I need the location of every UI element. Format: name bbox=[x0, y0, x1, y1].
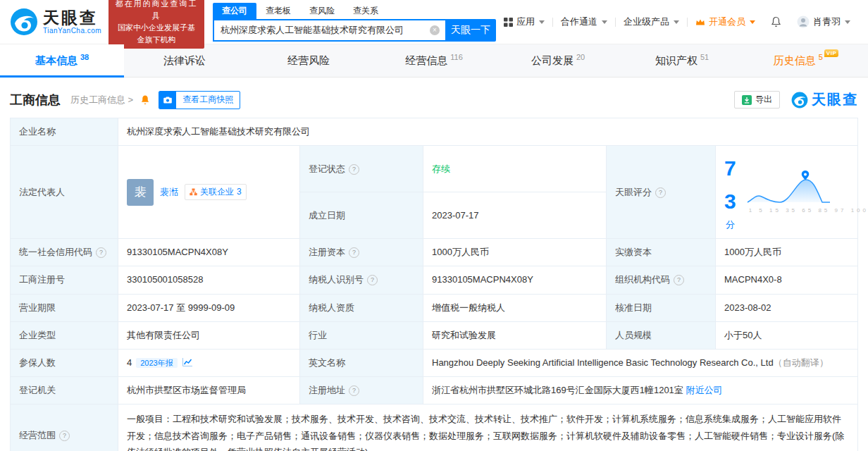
chevron-down-icon bbox=[602, 20, 607, 24]
field-label-insured-count: 参保人数 bbox=[11, 349, 118, 376]
annual-report-tag[interactable]: 2023年报 bbox=[136, 358, 177, 368]
field-value-address: 浙江省杭州市拱墅区环城北路169号汇金国际大厦西1幢1201室 附近公司 bbox=[423, 376, 858, 404]
tab-legal-litigation[interactable]: 法律诉讼 bbox=[124, 44, 248, 77]
nav-user-name: 肖青羽 bbox=[813, 16, 841, 28]
nav-apps[interactable]: 应用 bbox=[496, 16, 552, 28]
field-label-paid-capital: 实缴资本 bbox=[607, 239, 716, 266]
slogan-line1: 都在用的商业查询工具 bbox=[115, 0, 198, 22]
chevron-down-icon bbox=[539, 20, 545, 24]
clear-search-icon[interactable] bbox=[430, 25, 440, 35]
row-credit-code: 统一社会信用代码 91330105MACPN4X08Y 注册资本 1000万人民… bbox=[11, 239, 858, 266]
search-tab-risk[interactable]: 查风险 bbox=[300, 3, 344, 19]
trend-chart-icon[interactable] bbox=[182, 357, 193, 367]
related-companies-pill[interactable]: 关联企业 3 bbox=[185, 184, 247, 200]
section-title: 工商信息 bbox=[10, 92, 61, 109]
search-tab-company[interactable]: 查公司 bbox=[213, 3, 256, 19]
nav-enterprise-label: 企业级产品 bbox=[624, 16, 669, 28]
field-label-company-type: 企业类型 bbox=[11, 321, 118, 349]
tab-count: 116 bbox=[450, 53, 463, 61]
help-icon[interactable] bbox=[59, 431, 70, 441]
nearby-companies-link[interactable]: 附近公司 bbox=[686, 385, 722, 395]
help-icon[interactable] bbox=[367, 275, 378, 285]
field-label-establish-date: 成立日期 bbox=[300, 192, 423, 239]
search-tab-boss[interactable]: 查老板 bbox=[256, 3, 300, 19]
tab-label: 经营风险 bbox=[287, 54, 330, 68]
tab-label: 知识产权 bbox=[655, 54, 698, 68]
search-button[interactable]: 天眼一下 bbox=[445, 19, 496, 42]
tianyancha-logo[interactable]: 天眼查 TianYanCha.com bbox=[10, 8, 101, 36]
nav-notifications[interactable] bbox=[763, 16, 789, 27]
tab-label: 经营信息 bbox=[405, 54, 447, 68]
row-reg-number: 工商注册号 330105001058528 纳税人识别号 91330105MAC… bbox=[11, 266, 858, 294]
watermark-label: 天眼查 bbox=[812, 90, 858, 109]
related-companies-count: 3 bbox=[237, 185, 242, 199]
reg-status-badge: 存续 bbox=[432, 163, 450, 174]
tab-history-info[interactable]: 历史信息5 VIP bbox=[744, 44, 868, 77]
business-info-table: 企业名称 杭州深度求索人工智能基础技术研究有限公司 法定代表人 裴 裴湉 关联企… bbox=[10, 118, 858, 451]
tianyancha-logo-icon bbox=[10, 8, 38, 36]
row-legal-rep-status: 法定代表人 裴 裴湉 关联企业 3 登记状态 存续 天眼评分 bbox=[11, 146, 858, 192]
tab-operation-risk[interactable]: 经营风险 bbox=[248, 44, 372, 77]
nav-user[interactable]: 肖青羽 bbox=[789, 16, 858, 28]
field-value-establish-date: 2023-07-17 bbox=[423, 192, 607, 239]
subscribe-bell-icon[interactable] bbox=[140, 94, 150, 105]
help-icon[interactable] bbox=[349, 247, 359, 258]
field-label-approval-date: 核准日期 bbox=[607, 294, 716, 321]
field-value-insured-count: 42023年报 bbox=[118, 349, 300, 376]
field-label-english-name: 英文名称 bbox=[300, 349, 423, 376]
row-company-type: 企业类型 其他有限责任公司 行业 研究和试验发展 人员规模 小于50人 bbox=[11, 321, 858, 349]
user-avatar-icon bbox=[797, 16, 810, 28]
field-value-industry: 研究和试验发展 bbox=[423, 321, 607, 349]
help-icon[interactable] bbox=[674, 275, 684, 285]
nav-apps-label: 应用 bbox=[516, 16, 535, 28]
field-label-industry: 行业 bbox=[300, 321, 423, 349]
help-icon[interactable] bbox=[655, 187, 666, 198]
tab-company-development[interactable]: 公司发展20 bbox=[496, 44, 620, 77]
tab-label: 历史信息 bbox=[774, 54, 816, 68]
field-label-credit-code: 统一社会信用代码 bbox=[11, 239, 118, 266]
field-label-taxpayer-id: 纳税人识别号 bbox=[300, 266, 423, 294]
help-icon[interactable] bbox=[349, 385, 359, 396]
field-label-taxpayer-quality: 纳税人资质 bbox=[300, 294, 423, 321]
export-excel-icon bbox=[742, 95, 752, 105]
top-bar: 天眼查 TianYanCha.com 都在用的商业查询工具 国家中小企业发展子基… bbox=[0, 0, 868, 44]
field-value-taxpayer-id: 91330105MACPN4X08Y bbox=[423, 266, 607, 294]
tianyancha-watermark: 天眼查 bbox=[791, 90, 858, 109]
logo-title: 天眼查 bbox=[43, 9, 101, 27]
legal-rep-avatar[interactable]: 裴 bbox=[127, 179, 154, 206]
search-area: 查公司 查老板 查风险 查关系 天眼一下 bbox=[213, 3, 496, 42]
tab-operation-info[interactable]: 经营信息116 bbox=[372, 44, 496, 77]
crown-icon bbox=[695, 18, 705, 26]
field-value-credit-code: 91330105MACPN4X08Y bbox=[118, 239, 300, 266]
tab-label: 基本信息 bbox=[35, 54, 78, 68]
snapshot-button[interactable]: 查看工商快照 bbox=[159, 91, 240, 109]
nav-vip[interactable]: 开通会员 bbox=[688, 16, 763, 28]
export-button[interactable]: 导出 bbox=[734, 91, 780, 109]
help-icon[interactable] bbox=[349, 164, 359, 175]
help-icon[interactable] bbox=[96, 247, 106, 258]
history-business-info-link[interactable]: 历史工商信息 > bbox=[70, 94, 133, 106]
legal-rep-name-link[interactable]: 裴湉 bbox=[160, 185, 178, 199]
search-tab-relation[interactable]: 查关系 bbox=[344, 3, 388, 19]
camera-icon bbox=[159, 92, 176, 109]
tab-count: 51 bbox=[700, 53, 709, 61]
field-value-org-code: MACPN4X0-8 bbox=[716, 266, 858, 294]
nav-cooperation[interactable]: 合作通道 bbox=[553, 16, 615, 28]
tab-count: 5 bbox=[819, 53, 823, 61]
field-value-business-term: 2023-07-17 至 9999-09-09 bbox=[118, 294, 300, 321]
section-header: 工商信息 历史工商信息 > 查看工商快照 导出 bbox=[0, 78, 868, 118]
related-companies-icon bbox=[190, 188, 197, 196]
field-label-reg-status: 登记状态 bbox=[300, 146, 423, 192]
tab-label: 公司发展 bbox=[531, 54, 574, 68]
field-label-score: 天眼评分 bbox=[607, 146, 716, 239]
field-value-approval-date: 2023-08-02 bbox=[716, 294, 858, 321]
brand-slogan: 都在用的商业查询工具 国家中小企业发展子基金旗下机构 bbox=[108, 0, 204, 49]
tab-basic-info[interactable]: 基本信息38 bbox=[0, 44, 124, 77]
bell-icon bbox=[771, 16, 781, 27]
row-company-name: 企业名称 杭州深度求索人工智能基础技术研究有限公司 bbox=[11, 118, 858, 146]
field-value-company-name: 杭州深度求索人工智能基础技术研究有限公司 bbox=[118, 118, 858, 146]
search-input[interactable] bbox=[213, 19, 445, 42]
tab-intellectual-property[interactable]: 知识产权51 bbox=[620, 44, 744, 77]
chevron-down-icon bbox=[674, 20, 679, 24]
nav-enterprise[interactable]: 企业级产品 bbox=[616, 16, 687, 28]
